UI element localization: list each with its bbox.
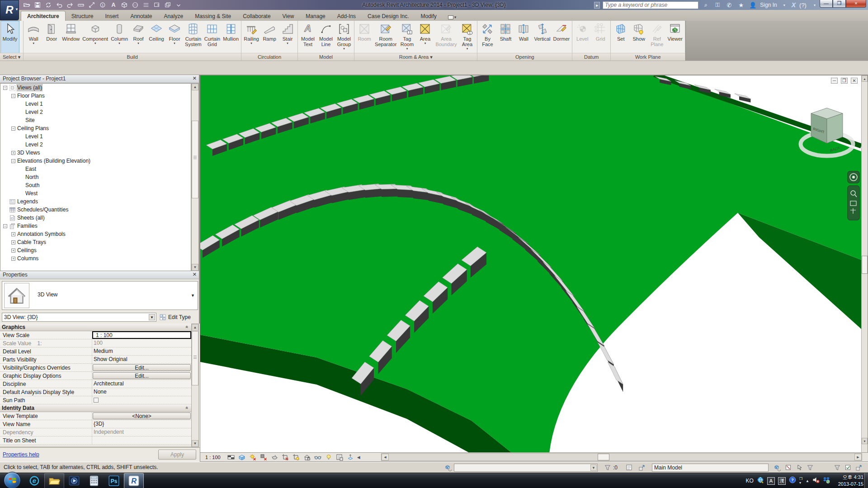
wall-button[interactable]: Wall [514, 21, 533, 53]
roof-button[interactable]: Roof▾ [129, 21, 147, 53]
visual-style-icon[interactable] [238, 454, 246, 461]
stair-button[interactable]: Stair▾ [278, 21, 297, 53]
redo-icon[interactable] [65, 1, 75, 9]
language-indicator[interactable]: KO [746, 478, 754, 484]
tree-item-schedules-quantities[interactable]: Schedules/Quantities [0, 206, 191, 214]
displace-elements-icon[interactable] [347, 454, 354, 461]
sun-path-icon[interactable] [249, 454, 257, 461]
aligned-dimension-icon[interactable] [87, 1, 97, 9]
mullion-button[interactable]: Mullion [222, 21, 240, 53]
exchange-apps-icon[interactable]: X [792, 1, 796, 9]
expand-icon[interactable]: + [11, 232, 15, 236]
tree-item-3d-views[interactable]: +3D Views [0, 149, 191, 157]
project-browser-close-icon[interactable]: ✕ [193, 75, 197, 81]
ramp-button[interactable]: Ramp [260, 21, 278, 53]
tab-architecture[interactable]: Architecture [21, 11, 66, 21]
tab-add-ins[interactable]: Add-Ins [331, 11, 362, 21]
tab-modify[interactable]: Modify [415, 11, 442, 21]
tree-item-floor-plans[interactable]: −Floor Plans [0, 92, 191, 100]
minimize-button[interactable]: — [820, 0, 833, 8]
taskbar-revit[interactable]: R [124, 473, 144, 488]
collapse-icon[interactable]: − [3, 224, 7, 228]
tag-by-category-icon[interactable]: 1 [98, 1, 108, 9]
collapse-icon[interactable]: − [11, 94, 15, 98]
application-menu-button[interactable]: R▾ [0, 0, 19, 20]
set-button[interactable]: Set [612, 21, 630, 53]
infocenter-search-input[interactable] [603, 1, 698, 9]
expand-icon[interactable]: + [11, 249, 15, 253]
view-restore-icon[interactable]: ❒ [841, 78, 848, 84]
filter-funnel-icon[interactable] [604, 464, 611, 471]
section-header-graphics[interactable]: Graphics« [0, 324, 192, 331]
apply-button[interactable]: Apply [158, 450, 196, 460]
dropbox-icon[interactable] [823, 476, 830, 485]
section-icon[interactable] [130, 1, 140, 9]
railing-button[interactable]: Railing▾ [242, 21, 260, 53]
navigation-bar[interactable] [848, 171, 859, 220]
curtain-system-button[interactable]: Curtain System [184, 21, 203, 53]
area-button[interactable]: Area▾ [416, 21, 434, 53]
project-browser-scrollbar[interactable]: ▲ ▼ [191, 83, 199, 271]
property-value[interactable]: Medium [92, 347, 192, 355]
vertical-scrollbar[interactable]: ▲ ▼ [861, 75, 868, 453]
tag-room-button[interactable]: 1Tag Room▾ [398, 21, 416, 53]
section-header-identity-data[interactable]: Identity Data« [0, 404, 192, 412]
help-icon[interactable]: (?) [798, 2, 807, 9]
taskbar-media-player[interactable] [64, 473, 84, 488]
value-input[interactable]: 1 : 100 [92, 331, 191, 339]
detail-level-icon[interactable] [227, 454, 235, 461]
column-button[interactable]: Column▾ [109, 21, 129, 53]
shadows-icon[interactable] [260, 454, 268, 461]
tree-item-level-1[interactable]: Level 1 [0, 100, 191, 108]
user-icon[interactable]: 👤 [748, 2, 757, 9]
tree-item-columns[interactable]: +Columns [0, 254, 191, 263]
design-options-icon[interactable] [638, 464, 646, 471]
ime-hanja-indicator[interactable]: 漢 [778, 477, 786, 485]
tree-item-families[interactable]: −Families [0, 222, 191, 230]
temporary-view-properties-icon[interactable] [336, 454, 344, 461]
tree-item-ceiling-plans[interactable]: −Ceiling Plans [0, 124, 191, 132]
ribbon-display-toggle[interactable]: ▾ [446, 14, 458, 21]
view-scale-button[interactable]: 1 : 100 [205, 454, 221, 460]
show-hidden-icons-button[interactable]: ▲ [806, 479, 809, 483]
favorites-star-icon[interactable]: ★ [736, 2, 745, 9]
property-value[interactable]: {3D} [92, 420, 192, 428]
tab-massing-site[interactable]: Massing & Site [189, 11, 237, 21]
taskbar-clock[interactable]: 오후 4:31 2013-07-15 [831, 474, 863, 488]
sync-icon[interactable] [43, 1, 53, 9]
temporary-hide-isolate-icon[interactable] [314, 454, 322, 461]
floor-button[interactable]: Floor▾ [165, 21, 184, 53]
tree-item-annotation-symbols[interactable]: +Annotation Symbols [0, 230, 191, 238]
communication-center-icon[interactable]: ✆ [725, 2, 734, 9]
design-options-dropdown[interactable]: Main Model [652, 464, 769, 472]
view-close-icon[interactable]: ✕ [851, 78, 858, 84]
taskbar-windows-explorer[interactable] [44, 473, 64, 488]
search-icon[interactable]: ⌕ [701, 1, 710, 9]
show-crop-region-icon[interactable] [292, 454, 300, 461]
tree-item-legends[interactable]: Legends [0, 197, 191, 206]
tree-item-views-all[interactable]: −Views (all) [0, 84, 191, 92]
property-value[interactable] [92, 436, 192, 444]
rendering-dialog-icon[interactable] [271, 454, 278, 461]
tab-annotate[interactable]: Annotate [124, 11, 158, 21]
instance-selector-dropdown[interactable]: 3D View: {3D}▼ [2, 313, 156, 322]
viewer-button[interactable]: Viewer [666, 21, 684, 53]
sign-in-caret-icon[interactable]: ▾ [780, 3, 789, 7]
selection-filter-icon[interactable] [807, 464, 814, 471]
type-selector[interactable]: 3D View ▼ [2, 281, 198, 310]
curtain-grid-button[interactable]: Curtain Grid [203, 21, 222, 53]
worksharing-display-icon[interactable] [774, 464, 781, 471]
tree-item-south[interactable]: South [0, 181, 191, 189]
drawing-area[interactable]: RIGHTBACK ─ ❒ ✕ ▲ ▼ 1 : 100 ◀ ◀ ▶ [200, 75, 868, 462]
filter-selection-icon[interactable] [834, 464, 841, 471]
tree-item-level-2[interactable]: Level 2 [0, 141, 191, 149]
open-icon[interactable] [22, 1, 32, 9]
model-line-button[interactable]: Model Line [317, 21, 335, 53]
model-text-button[interactable]: AModel Text [299, 21, 317, 53]
tag-area-button[interactable]: 1Tag Area▾ [458, 21, 476, 53]
property-value[interactable]: Independent [92, 428, 192, 436]
sign-in-button[interactable]: Sign In [760, 2, 777, 8]
save-icon[interactable] [33, 1, 42, 9]
tree-item-ceilings[interactable]: +Ceilings [0, 246, 191, 254]
sun-path-checkbox[interactable] [94, 398, 99, 403]
